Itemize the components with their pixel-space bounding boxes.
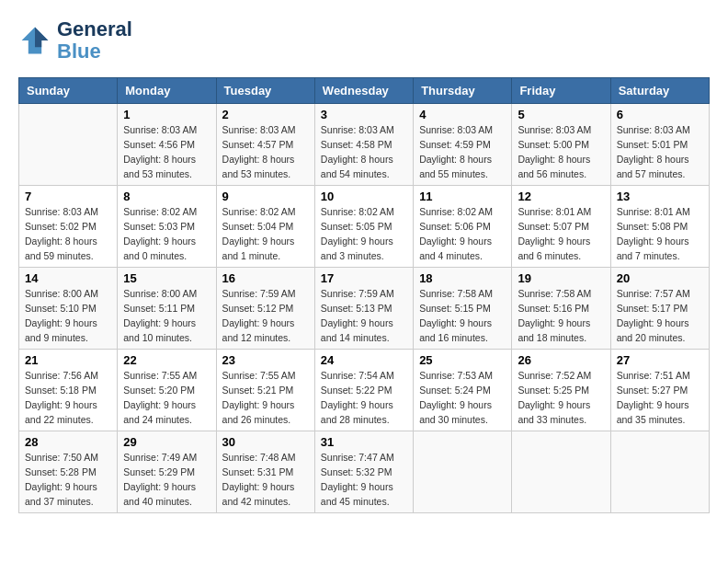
day-info: Sunrise: 7:55 AMSunset: 5:21 PMDaylight:…: [222, 369, 309, 427]
logo-text: General Blue: [57, 18, 132, 63]
calendar-cell: 21Sunrise: 7:56 AMSunset: 5:18 PMDayligh…: [19, 350, 118, 431]
calendar-cell: 20Sunrise: 7:57 AMSunset: 5:17 PMDayligh…: [610, 268, 709, 350]
calendar-cell: 29Sunrise: 7:49 AMSunset: 5:29 PMDayligh…: [118, 431, 216, 513]
day-number: 21: [25, 353, 111, 367]
day-number: 7: [25, 190, 111, 203]
day-info: Sunrise: 7:53 AMSunset: 5:24 PMDaylight:…: [419, 369, 506, 427]
day-info: Sunrise: 8:02 AMSunset: 5:06 PMDaylight:…: [419, 205, 506, 263]
calendar-cell: [19, 104, 118, 186]
day-info: Sunrise: 8:01 AMSunset: 5:08 PMDaylight:…: [617, 205, 703, 263]
week-row-0: 1Sunrise: 8:03 AMSunset: 4:56 PMDaylight…: [19, 104, 710, 186]
day-number: 27: [617, 353, 703, 367]
calendar-cell: 17Sunrise: 7:59 AMSunset: 5:13 PMDayligh…: [314, 268, 413, 350]
day-number: 16: [222, 271, 309, 285]
calendar-cell: 18Sunrise: 7:58 AMSunset: 5:15 PMDayligh…: [414, 268, 512, 350]
day-number: 19: [518, 271, 604, 285]
logo: General Blue: [18, 18, 132, 63]
header-thursday: Thursday: [414, 78, 512, 104]
page-header: General Blue: [18, 18, 710, 63]
day-info: Sunrise: 7:50 AMSunset: 5:28 PMDaylight:…: [25, 451, 111, 509]
header-sunday: Sunday: [19, 78, 118, 104]
day-info: Sunrise: 8:03 AMSunset: 5:01 PMDaylight:…: [617, 123, 703, 181]
day-number: 14: [25, 271, 111, 285]
day-info: Sunrise: 7:47 AMSunset: 5:32 PMDaylight:…: [321, 451, 407, 509]
day-info: Sunrise: 8:03 AMSunset: 4:59 PMDaylight:…: [419, 123, 506, 181]
day-info: Sunrise: 7:55 AMSunset: 5:20 PMDaylight:…: [123, 369, 210, 427]
calendar-cell: 24Sunrise: 7:54 AMSunset: 5:22 PMDayligh…: [314, 350, 413, 431]
calendar-cell: 28Sunrise: 7:50 AMSunset: 5:28 PMDayligh…: [19, 431, 118, 513]
day-number: 6: [617, 108, 703, 121]
calendar-cell: 8Sunrise: 8:02 AMSunset: 5:03 PMDaylight…: [118, 186, 216, 268]
day-number: 12: [518, 190, 604, 203]
day-info: Sunrise: 7:56 AMSunset: 5:18 PMDaylight:…: [25, 369, 111, 427]
day-number: 24: [321, 353, 407, 367]
day-info: Sunrise: 8:02 AMSunset: 5:03 PMDaylight:…: [123, 205, 210, 263]
day-number: 22: [123, 353, 210, 367]
calendar-cell: 6Sunrise: 8:03 AMSunset: 5:01 PMDaylight…: [610, 104, 709, 186]
day-info: Sunrise: 8:00 AMSunset: 5:10 PMDaylight:…: [25, 287, 111, 345]
day-info: Sunrise: 7:51 AMSunset: 5:27 PMDaylight:…: [617, 369, 703, 427]
day-info: Sunrise: 7:58 AMSunset: 5:16 PMDaylight:…: [518, 287, 604, 345]
day-info: Sunrise: 7:57 AMSunset: 5:17 PMDaylight:…: [617, 287, 703, 345]
week-row-4: 28Sunrise: 7:50 AMSunset: 5:28 PMDayligh…: [19, 431, 710, 513]
day-number: 17: [321, 271, 407, 285]
calendar-cell: [414, 431, 512, 513]
day-number: 29: [123, 435, 210, 449]
day-info: Sunrise: 7:59 AMSunset: 5:12 PMDaylight:…: [222, 287, 309, 345]
calendar-cell: 13Sunrise: 8:01 AMSunset: 5:08 PMDayligh…: [610, 186, 709, 268]
day-number: 5: [518, 108, 604, 121]
calendar-cell: 11Sunrise: 8:02 AMSunset: 5:06 PMDayligh…: [414, 186, 512, 268]
day-number: 20: [617, 271, 703, 285]
calendar-cell: 22Sunrise: 7:55 AMSunset: 5:20 PMDayligh…: [118, 350, 216, 431]
day-info: Sunrise: 7:52 AMSunset: 5:25 PMDaylight:…: [518, 369, 604, 427]
calendar-cell: 31Sunrise: 7:47 AMSunset: 5:32 PMDayligh…: [314, 431, 413, 513]
svg-marker-1: [35, 28, 48, 48]
day-number: 23: [222, 353, 309, 367]
header-friday: Friday: [512, 78, 610, 104]
calendar-cell: 25Sunrise: 7:53 AMSunset: 5:24 PMDayligh…: [414, 350, 512, 431]
calendar-cell: 10Sunrise: 8:02 AMSunset: 5:05 PMDayligh…: [314, 186, 413, 268]
day-number: 26: [518, 353, 604, 367]
week-row-1: 7Sunrise: 8:03 AMSunset: 5:02 PMDaylight…: [19, 186, 710, 268]
header-wednesday: Wednesday: [314, 78, 413, 104]
logo-icon: [18, 24, 51, 57]
day-number: 11: [419, 190, 506, 203]
day-number: 15: [123, 271, 210, 285]
day-number: 4: [419, 108, 506, 121]
header-tuesday: Tuesday: [216, 78, 314, 104]
day-info: Sunrise: 7:54 AMSunset: 5:22 PMDaylight:…: [321, 369, 407, 427]
day-info: Sunrise: 8:03 AMSunset: 4:57 PMDaylight:…: [222, 123, 309, 181]
day-number: 3: [321, 108, 407, 121]
day-number: 13: [617, 190, 703, 203]
day-number: 18: [419, 271, 506, 285]
calendar-cell: 1Sunrise: 8:03 AMSunset: 4:56 PMDaylight…: [118, 104, 216, 186]
day-number: 10: [321, 190, 407, 203]
day-number: 9: [222, 190, 309, 203]
day-info: Sunrise: 8:03 AMSunset: 5:02 PMDaylight:…: [25, 205, 111, 263]
header-saturday: Saturday: [610, 78, 709, 104]
calendar-cell: 15Sunrise: 8:00 AMSunset: 5:11 PMDayligh…: [118, 268, 216, 350]
calendar-cell: 30Sunrise: 7:48 AMSunset: 5:31 PMDayligh…: [216, 431, 314, 513]
calendar-cell: 5Sunrise: 8:03 AMSunset: 5:00 PMDaylight…: [512, 104, 610, 186]
day-info: Sunrise: 8:01 AMSunset: 5:07 PMDaylight:…: [518, 205, 604, 263]
day-number: 2: [222, 108, 309, 121]
header-row: SundayMondayTuesdayWednesdayThursdayFrid…: [19, 78, 710, 104]
header-monday: Monday: [118, 78, 216, 104]
calendar-body: 1Sunrise: 8:03 AMSunset: 4:56 PMDaylight…: [19, 104, 710, 513]
day-info: Sunrise: 8:02 AMSunset: 5:04 PMDaylight:…: [222, 205, 309, 263]
day-number: 8: [123, 190, 210, 203]
calendar-cell: 4Sunrise: 8:03 AMSunset: 4:59 PMDaylight…: [414, 104, 512, 186]
day-info: Sunrise: 7:48 AMSunset: 5:31 PMDaylight:…: [222, 451, 309, 509]
calendar-cell: 26Sunrise: 7:52 AMSunset: 5:25 PMDayligh…: [512, 350, 610, 431]
calendar-cell: 19Sunrise: 7:58 AMSunset: 5:16 PMDayligh…: [512, 268, 610, 350]
calendar-cell: [610, 431, 709, 513]
day-number: 31: [321, 435, 407, 449]
calendar-cell: 2Sunrise: 8:03 AMSunset: 4:57 PMDaylight…: [216, 104, 314, 186]
day-number: 25: [419, 353, 506, 367]
day-info: Sunrise: 8:03 AMSunset: 5:00 PMDaylight:…: [518, 123, 604, 181]
day-info: Sunrise: 8:03 AMSunset: 4:58 PMDaylight:…: [321, 123, 407, 181]
day-number: 1: [123, 108, 210, 121]
day-number: 30: [222, 435, 309, 449]
day-info: Sunrise: 7:58 AMSunset: 5:15 PMDaylight:…: [419, 287, 506, 345]
day-info: Sunrise: 7:49 AMSunset: 5:29 PMDaylight:…: [123, 451, 210, 509]
